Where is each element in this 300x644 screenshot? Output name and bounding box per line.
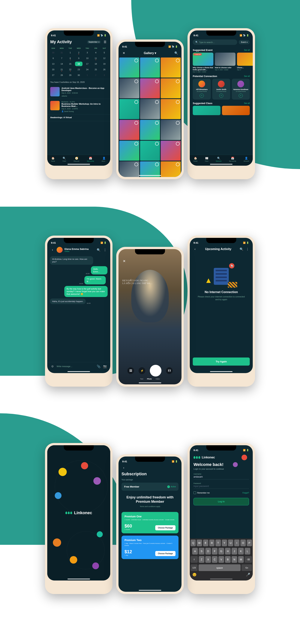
- keyboard-key[interactable]: H: [225, 548, 231, 554]
- connection-card[interactable]: Afif Bimantara 23 mutual friends +: [193, 79, 211, 100]
- calendar-day[interactable]: 7: [58, 56, 65, 60]
- calendar-day[interactable]: 31: [58, 50, 65, 55]
- nav-feed[interactable]: 🔍Feed: [63, 156, 66, 162]
- keyboard-key[interactable]: ⇧: [190, 556, 198, 563]
- calendar-day[interactable]: 25: [92, 67, 99, 72]
- home-indicator[interactable]: [67, 371, 90, 372]
- home-indicator[interactable]: [210, 164, 233, 164]
- home-indicator[interactable]: [67, 164, 90, 164]
- keyboard-mic-icon[interactable]: 🎤: [246, 572, 250, 577]
- search-icon[interactable]: 🔍: [174, 51, 178, 55]
- nav-discover[interactable]: 🧭Discover: [73, 156, 79, 162]
- calendar-day[interactable]: 13: [49, 62, 57, 66]
- search-input[interactable]: 🔍Type to search…: [193, 40, 237, 45]
- gallery-item[interactable]: [119, 141, 139, 161]
- calendar-day[interactable]: 14: [58, 62, 65, 66]
- calendar-day[interactable]: 2: [92, 73, 99, 78]
- calendar-day[interactable]: 30: [75, 73, 82, 78]
- keyboard-key[interactable]: V: [218, 556, 224, 563]
- nav-home[interactable]: 🏠Home: [51, 156, 55, 162]
- calendar-day[interactable]: 1: [84, 73, 91, 78]
- nav-account[interactable]: 👤Acco…: [102, 156, 107, 162]
- calendar-day[interactable]: 29: [67, 73, 74, 78]
- try-again-button[interactable]: Try Again: [193, 358, 250, 366]
- home-indicator[interactable]: [139, 175, 161, 176]
- calendar-day[interactable]: 18: [92, 62, 99, 66]
- add-connection-button[interactable]: +: [219, 94, 223, 98]
- gallery-item[interactable]: [161, 58, 181, 78]
- camera-mode-video[interactable]: Video: [156, 378, 160, 380]
- choose-package-button[interactable]: Choose Package: [155, 551, 175, 556]
- connection-card[interactable]: Justin Smith 13 mutual friends +: [212, 79, 230, 100]
- nav-account[interactable]: 👤Account: [244, 156, 249, 162]
- more-icon[interactable]: ⋮: [245, 247, 250, 251]
- keyboard-key[interactable]: O: [240, 540, 246, 546]
- class-card[interactable]: [222, 106, 250, 115]
- more-icon[interactable]: ⋮: [103, 248, 107, 252]
- home-indicator[interactable]: [210, 578, 233, 579]
- back-icon[interactable]: ‹: [122, 466, 126, 470]
- close-icon[interactable]: ✕: [122, 51, 126, 55]
- keyboard-key[interactable]: R: [209, 540, 214, 546]
- see-all-link[interactable]: See all: [244, 75, 250, 77]
- nav-activity[interactable]: 📅My Activity: [229, 156, 236, 162]
- calendar-day[interactable]: 19: [101, 62, 108, 66]
- calendar-day[interactable]: 10: [84, 56, 91, 60]
- event-card[interactable]: 1 ticket left Why choose a theme that lo…: [193, 52, 213, 72]
- camera-mode-text[interactable]: Text: [140, 378, 144, 380]
- home-indicator[interactable]: [139, 382, 161, 383]
- calendar-day[interactable]: 11: [92, 56, 99, 60]
- calendar-day[interactable]: 28: [58, 73, 65, 78]
- calendar-day[interactable]: 4: [92, 50, 99, 55]
- gallery-item[interactable]: [140, 78, 160, 98]
- calendar-day[interactable]: 23: [75, 67, 82, 72]
- gallery-item[interactable]: [119, 120, 139, 140]
- keyboard-key[interactable]: B: [225, 556, 231, 563]
- calendar-day[interactable]: 1: [67, 50, 74, 55]
- gallery-item[interactable]: [140, 120, 160, 140]
- calendar-day[interactable]: 24: [84, 67, 91, 72]
- keyboard-key[interactable]: K: [238, 548, 244, 554]
- gallery-item[interactable]: [119, 162, 139, 177]
- keyboard-key[interactable]: F: [212, 548, 217, 554]
- keyboard-key[interactable]: C: [212, 556, 217, 563]
- password-field[interactable]: Password Input password: [193, 482, 249, 489]
- back-icon[interactable]: ‹: [193, 247, 197, 251]
- flash-icon[interactable]: ⚡: [139, 367, 145, 374]
- gallery-item[interactable]: [140, 162, 160, 177]
- gallery-item[interactable]: [119, 58, 139, 78]
- keyboard-key[interactable]: Z: [199, 556, 204, 563]
- calendar-day[interactable]: 20: [49, 67, 57, 72]
- gallery-item[interactable]: [119, 78, 139, 98]
- keyboard-key[interactable]: Y: [222, 540, 227, 546]
- keyboard-key[interactable]: A: [192, 548, 198, 554]
- keyboard-key[interactable]: N: [232, 556, 237, 563]
- home-indicator[interactable]: [210, 371, 233, 372]
- class-card[interactable]: [193, 106, 220, 115]
- username-field[interactable]: Username andasam: [193, 473, 249, 480]
- keyboard-emoji-icon[interactable]: 😊: [192, 572, 196, 577]
- gallery-item[interactable]: [140, 58, 160, 78]
- month-selector[interactable]: September ▾: [87, 40, 101, 44]
- message-input[interactable]: Write message…: [57, 365, 95, 368]
- emoji-icon[interactable]: ☺: [50, 364, 55, 368]
- gallery-item[interactable]: [140, 99, 160, 119]
- shutter-button[interactable]: [150, 365, 161, 376]
- nav-feed[interactable]: 📰Feed: [205, 156, 208, 162]
- activity-card[interactable]: Business · in 37m Business Builder Works…: [47, 99, 110, 114]
- home-indicator[interactable]: [139, 590, 161, 591]
- search-icon[interactable]: 🔍: [239, 247, 244, 251]
- filter-dropdown[interactable]: Event ▾: [239, 40, 250, 44]
- nav-home[interactable]: 🏠Home: [193, 156, 197, 162]
- connection-card[interactable]: Vanessa Goodman 12 mutual friends +: [232, 79, 250, 100]
- gallery-item[interactable]: [161, 99, 181, 119]
- calendar-day[interactable]: 30: [49, 50, 57, 55]
- activity-card[interactable]: Android Java Masterclass - Become an App…: [47, 85, 110, 99]
- calendar-day[interactable]: 26: [101, 67, 108, 72]
- chat-messages[interactable]: Hi Andrew. Long time no see. How are you…: [47, 254, 110, 362]
- keyboard-key[interactable]: J: [232, 548, 237, 554]
- calendar-day[interactable]: 6: [49, 56, 57, 60]
- keyboard-space[interactable]: space: [199, 564, 241, 571]
- keyboard-key[interactable]: T: [215, 540, 221, 546]
- calendar-day[interactable]: 15: [67, 62, 74, 66]
